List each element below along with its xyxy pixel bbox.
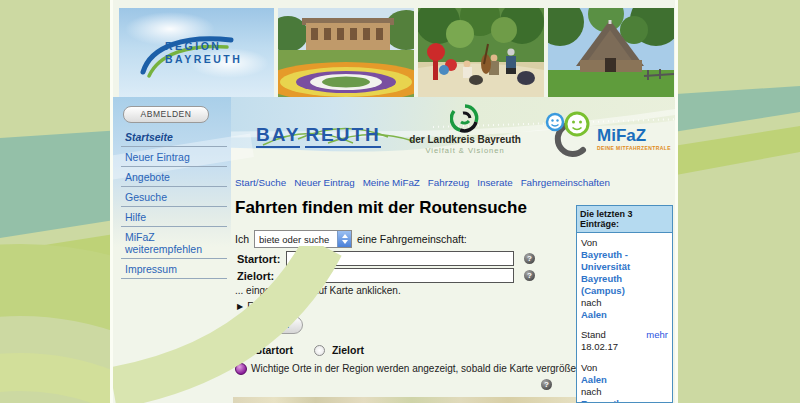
- mifaz-smileys-icon: [541, 110, 597, 158]
- ride-type-select-value: biete oder suche: [255, 234, 337, 245]
- landkreis-name: der Landkreis Bayreuth: [405, 134, 525, 145]
- sidebar-item-gesuche[interactable]: Gesuche: [121, 187, 227, 207]
- landkreis-spiral-icon: [450, 103, 480, 133]
- topnav-inserate[interactable]: Inserate: [477, 177, 512, 188]
- photo-festspielhaus: [278, 8, 414, 97]
- topnav-fahrzeug[interactable]: Fahrzeug: [428, 177, 469, 188]
- topnav-fahrgemeinschaften[interactable]: Fahrgemeinschaften: [521, 177, 610, 188]
- recent-entry: Von Bayreuth - Universität Bayreuth (Cam…: [581, 237, 668, 353]
- entry-date: 18.02.17: [581, 341, 618, 352]
- photo-farmhouse: [548, 8, 674, 97]
- mehr-link[interactable]: mehr: [646, 329, 668, 353]
- entry-to-link[interactable]: Bayreuth - Universität Bayreuth (Campus): [581, 398, 668, 403]
- question-icon-startort[interactable]: ?: [524, 253, 535, 264]
- landkreis-tagline: Vielfalt & Visionen: [405, 146, 525, 155]
- recent-entries-title: Die letzten 3 Einträge:: [577, 206, 672, 233]
- entry-to-link[interactable]: Aalen: [581, 309, 668, 321]
- after-select-label: eine Fahrgemeinschaft:: [357, 233, 467, 245]
- select-stepper-icon: [337, 231, 351, 247]
- header-photo-strip: REGION BAYREUTH: [119, 8, 674, 97]
- sidebar-item-impressum[interactable]: Impressum: [121, 259, 227, 279]
- abmelden-button[interactable]: ABMELDEN: [123, 106, 209, 123]
- question-icon-zielort[interactable]: ?: [524, 270, 535, 281]
- region-bayreuth-logo: REGION BAYREUTH: [133, 32, 263, 84]
- sidebar-item-hilfe[interactable]: Hilfe: [121, 207, 227, 227]
- nach-label: nach: [581, 297, 668, 309]
- sidebar-item-angebote[interactable]: Angebote: [121, 167, 227, 187]
- photo-playground: [418, 8, 544, 97]
- city-logo-part1: BAY: [256, 124, 300, 148]
- photo-region-logo: REGION BAYREUTH: [119, 8, 274, 97]
- von-label: Von: [581, 237, 668, 249]
- top-nav: Start/Suche Neuer Eintrag Meine MiFaZ Fa…: [235, 177, 610, 188]
- region-logo-line1: REGION: [165, 40, 242, 53]
- recent-entry: Von Aalen nach Bayreuth - Universität Ba…: [581, 362, 668, 403]
- sidebar-item-startseite[interactable]: Startseite: [121, 127, 227, 147]
- bayreuth-city-logo: BAYREUTH: [256, 124, 381, 146]
- city-logo-part2: REUTH: [305, 124, 380, 148]
- von-label: Von: [581, 362, 668, 374]
- mifaz-tagline: DEINE MITFAHRZENTRALE: [597, 145, 671, 151]
- region-logo-line2: BAYREUTH: [165, 53, 242, 66]
- sidebar-nav: Startseite Neuer Eintrag Angebote Gesuch…: [121, 127, 227, 279]
- ich-label: Ich: [235, 233, 249, 245]
- topnav-meine-mifaz[interactable]: Meine MiFaZ: [363, 177, 420, 188]
- mifaz-name: MiFaZ: [597, 126, 646, 146]
- sidebar-item-weiterempfehlen[interactable]: MiFaZ weiterempfehlen: [121, 227, 227, 259]
- recent-entries-box: Die letzten 3 Einträge: Von Bayreuth - U…: [576, 205, 673, 403]
- topnav-neuer-eintrag[interactable]: Neuer Eintrag: [294, 177, 354, 188]
- stand-label: Stand: [581, 329, 606, 340]
- topnav-start-suche[interactable]: Start/Suche: [235, 177, 286, 188]
- page-title: Fahrten finden mit der Routensuche: [235, 198, 527, 218]
- question-icon-map[interactable]: ?: [541, 379, 552, 390]
- entry-from-link[interactable]: Bayreuth - Universität Bayreuth (Campus): [581, 249, 668, 297]
- sidebar-item-neuer-eintrag[interactable]: Neuer Eintrag: [121, 147, 227, 167]
- mifaz-logo: MiFaZ DEINE MITFAHRZENTRALE: [541, 110, 671, 168]
- page-container: REGION BAYREUTH: [110, 0, 678, 403]
- landkreis-bayreuth-logo: der Landkreis Bayreuth Vielfalt & Vision…: [405, 103, 525, 155]
- entry-from-link[interactable]: Aalen: [581, 374, 668, 386]
- nach-label: nach: [581, 386, 668, 398]
